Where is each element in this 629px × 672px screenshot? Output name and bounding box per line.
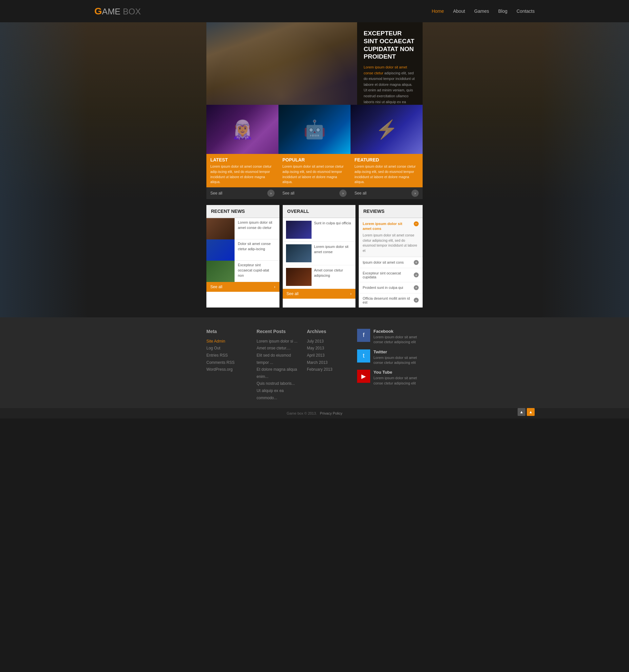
logo: GAME BOX xyxy=(94,5,141,17)
site-footer: Meta Site Admin Log Out Entries RSS Comm… xyxy=(0,317,629,408)
hero-body: Lorem ipsum dolor sit amet conse ctetur … xyxy=(364,65,416,111)
overall-header: OVERALL xyxy=(283,205,356,218)
twitter-title: Twitter xyxy=(373,350,423,354)
footer-archive-4[interactable]: March 2013 xyxy=(307,359,351,366)
card-popular-see-all: See all xyxy=(282,191,295,195)
nav-games[interactable]: Games xyxy=(474,8,489,14)
footer-entries-rss[interactable]: Entries RSS xyxy=(206,352,250,359)
review-active-text: Lorem ipsum dolor sit amet conse ctetur … xyxy=(363,233,419,254)
review-item-3[interactable]: Proident sunt in culpa qui + xyxy=(359,282,423,293)
news-image-2 xyxy=(206,239,235,261)
news-title: RECENT NEWS xyxy=(211,209,275,214)
card-popular: POPULAR Lorem ipsum dolor sit amet conse… xyxy=(278,105,351,199)
footer-archive-2[interactable]: May 2013 xyxy=(307,345,351,352)
twitter-text: Twitter Lorem ipsum dolor sit amet conse… xyxy=(373,350,423,365)
footer-post-3[interactable]: Elit sed do eiusmod tempor ... xyxy=(257,352,300,366)
footer-comments-rss[interactable]: Comments RSS xyxy=(206,359,250,366)
scroll-up-button[interactable]: ▲ xyxy=(518,408,526,416)
footer-social: f Facebook Lorem ipsum dolor sit amet co… xyxy=(357,329,423,402)
news-images xyxy=(206,218,235,282)
news-item-3: Excepteur sint occaecat cupid-atat non xyxy=(235,261,279,282)
nav-home[interactable]: Home xyxy=(432,8,444,14)
footer-archives: Archives July 2013 May 2013 April 2013 M… xyxy=(307,329,351,402)
card-popular-image xyxy=(278,105,351,154)
nav-about[interactable]: About xyxy=(453,8,465,14)
facebook-title: Facebook xyxy=(373,329,423,334)
card-featured-text: Lorem ipsum dolor sit amet conse ctetur … xyxy=(354,164,419,185)
footer-archives-title: Archives xyxy=(307,329,351,334)
footer-post-1[interactable]: Lorem ipsum dolor si ... xyxy=(257,338,300,345)
footer-wordpress[interactable]: WordPress.org xyxy=(206,366,250,373)
copyright-text: Game box © 2013. xyxy=(287,411,317,415)
card-latest-text: Lorem ipsum dolor sit amet conse ctetur … xyxy=(210,164,275,185)
card-latest-footer[interactable]: See all › xyxy=(206,187,278,199)
card-featured: FEATURED Lorem ipsum dolor sit amet cons… xyxy=(351,105,423,199)
overall-section: OVERALL Sunt in culpa qui officia Lorem … xyxy=(283,205,356,308)
news-image-3 xyxy=(206,261,235,282)
footer-site-admin[interactable]: Site Admin xyxy=(206,338,250,345)
reviews-title: REVIEWS xyxy=(363,209,418,214)
review-label-1: Ipsum dolor sit amet cons xyxy=(363,260,412,264)
overall-image-1 xyxy=(286,221,311,239)
card-latest-body: LATEST Lorem ipsum dolor sit amet conse … xyxy=(206,154,278,187)
news-see-all-bar[interactable]: See all › xyxy=(206,282,279,292)
scroll-top-orange-button[interactable]: ▲ xyxy=(527,408,535,416)
overall-see-all-bar[interactable]: See all › xyxy=(283,289,356,299)
footer-meta: Meta Site Admin Log Out Entries RSS Comm… xyxy=(206,329,250,402)
card-latest-title: LATEST xyxy=(210,157,275,163)
overall-see-all-arrow: › xyxy=(350,291,351,296)
footer-post-6[interactable]: Ut aliquip ex ea commodo... xyxy=(257,387,300,402)
footer-logout[interactable]: Log Out xyxy=(206,345,250,352)
nav-blog[interactable]: Blog xyxy=(498,8,508,14)
reviews-header: REVIEWS xyxy=(359,205,423,218)
review-item-4[interactable]: Officia deserunt mollit anim id est + xyxy=(359,293,423,308)
footer-post-5[interactable]: Quis nostrud laboris... xyxy=(257,380,300,387)
overall-item-2: Lorem ipsum dolor sit amet conse xyxy=(283,242,356,265)
review-label-3: Proident sunt in culpa qui xyxy=(363,286,412,289)
card-popular-arrow-icon: › xyxy=(340,190,347,197)
news-list: Lorem ipsum dolor sit amet conse do ctet… xyxy=(206,218,279,282)
youtube-icon[interactable]: ▶ xyxy=(357,370,370,383)
review-item-2[interactable]: Excepteur sint occaecat cupidata + xyxy=(359,268,423,282)
youtube-desc: Lorem ipsum dolor sit amet conse ctetur … xyxy=(373,376,423,386)
card-latest: LATEST Lorem ipsum dolor sit amet conse … xyxy=(206,105,278,199)
privacy-policy-link[interactable]: Privacy Policy xyxy=(320,411,342,415)
facebook-icon[interactable]: f xyxy=(357,329,370,342)
hero-panel: EXCEPTEUR SINT OCCAECAT CUPIDATAT NON PR… xyxy=(357,22,423,105)
review-collapse-icon[interactable]: − xyxy=(414,221,419,226)
review-expand-icon-4: + xyxy=(414,298,419,303)
overall-image-3 xyxy=(286,268,311,286)
footer-meta-title: Meta xyxy=(206,329,250,334)
overall-text-3: Amet conse ctetur adipiscing xyxy=(314,268,352,286)
footer-post-4[interactable]: Et dolore magna aliqua enim... xyxy=(257,366,300,380)
card-featured-see-all: See all xyxy=(354,191,367,195)
card-popular-footer[interactable]: See all › xyxy=(278,187,351,199)
card-popular-text: Lorem ipsum dolor sit amet conse ctetur … xyxy=(282,164,347,185)
footer-archive-3[interactable]: April 2013 xyxy=(307,352,351,359)
footer-posts-title: Recent Posts xyxy=(257,329,300,334)
card-featured-footer[interactable]: See all › xyxy=(351,187,423,199)
news-item-1: Lorem ipsum dolor sit amet conse do ctet… xyxy=(235,218,279,239)
card-featured-arrow-icon: › xyxy=(412,190,419,197)
nav-contacts[interactable]: Contacts xyxy=(517,8,535,14)
card-latest-arrow-icon: › xyxy=(267,190,275,197)
logo-word1: AME xyxy=(102,6,120,16)
news-see-all-label: See all xyxy=(210,285,223,289)
news-see-all-arrow: › xyxy=(274,285,276,289)
review-active-item: Lorem ipsum dolor sit amet cons − Lorem … xyxy=(359,218,423,257)
logo-word2: BOX xyxy=(123,6,141,16)
footer-post-2[interactable]: Amet onse ctetur.... xyxy=(257,345,300,352)
social-youtube: ▶ You Tube Lorem ipsum dolor sit amet co… xyxy=(357,370,423,386)
review-expand-icon-3: + xyxy=(414,285,419,290)
twitter-icon[interactable]: t xyxy=(357,350,370,362)
footer-archive-5[interactable]: February 2013 xyxy=(307,366,351,373)
overall-list: Sunt in culpa qui officia Lorem ipsum do… xyxy=(283,218,356,289)
news-image-1 xyxy=(206,218,235,239)
review-label-4: Officia deserunt mollit anim id est xyxy=(363,296,412,304)
footer-recent-posts: Recent Posts Lorem ipsum dolor si ... Am… xyxy=(257,329,300,402)
review-expand-icon-1: + xyxy=(414,260,419,265)
footer-archive-1[interactable]: July 2013 xyxy=(307,338,351,345)
review-item-1[interactable]: Ipsum dolor sit amet cons + xyxy=(359,257,423,268)
overall-text-2: Lorem ipsum dolor sit amet conse xyxy=(314,244,352,262)
hero-image-bg xyxy=(206,22,357,105)
